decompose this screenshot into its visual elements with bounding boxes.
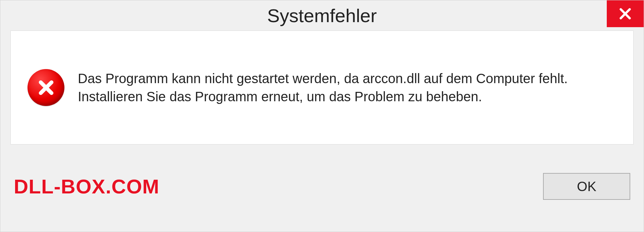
footer-bar: DLL-BOX.COM OK xyxy=(0,151,644,232)
close-button[interactable] xyxy=(607,0,644,27)
error-dialog: Systemfehler Das Programm kann nicht ges… xyxy=(0,0,644,232)
ok-button[interactable]: OK xyxy=(543,173,630,200)
error-icon xyxy=(28,69,64,106)
close-icon xyxy=(619,7,632,20)
error-message: Das Programm kann nicht gestartet werden… xyxy=(78,69,616,106)
content-area: Das Programm kann nicht gestartet werden… xyxy=(10,31,634,144)
dialog-title: Systemfehler xyxy=(267,5,377,26)
title-bar: Systemfehler xyxy=(0,0,644,31)
watermark-text: DLL-BOX.COM xyxy=(14,175,159,198)
error-cross-icon xyxy=(37,78,55,97)
